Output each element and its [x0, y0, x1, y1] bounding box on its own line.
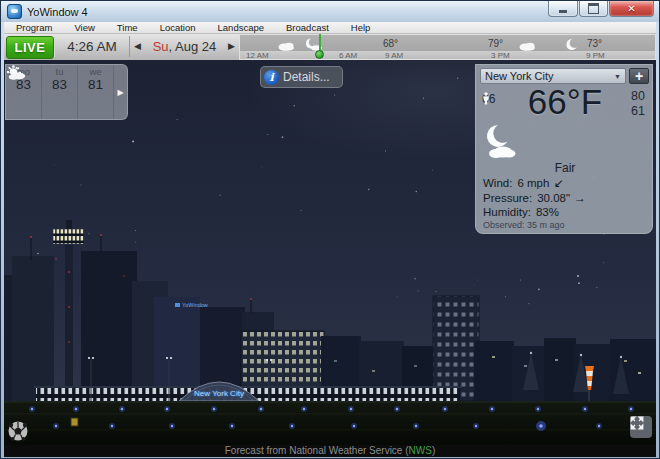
window-title: YoWindow 4	[27, 6, 88, 18]
info-icon: i	[264, 70, 279, 85]
forecast-panel: mo83tu83we81 ▶	[5, 64, 128, 120]
menu-view[interactable]: View	[74, 22, 94, 33]
feels-like: 66	[482, 92, 495, 106]
timeline-hour-label: 12 AM	[246, 51, 269, 60]
close-icon: ✕	[627, 2, 635, 16]
condition-text: Fair	[476, 161, 654, 175]
fullscreen-button[interactable]	[630, 416, 652, 438]
wind-row: Wind:6 mph↙	[483, 176, 586, 191]
soccer-ball	[9, 422, 28, 442]
details-label: Details...	[283, 70, 330, 84]
high-temp: 80	[631, 89, 645, 104]
forecast-day-label: tu	[56, 67, 64, 77]
high-low: 80 61	[631, 89, 645, 119]
weather-panel: New York City ▼ + 66°F 66 80 61 Fair Win…	[475, 64, 653, 234]
toolbar: LIVE 4:26 AM ◀ Su, Aug 24 ▶ 68°79°73° 12…	[4, 34, 656, 61]
timeline-slider[interactable]: 68°79°73° 12 AM6 AM9 AM3 PM9 PM	[239, 34, 656, 60]
chevron-down-icon: ▼	[614, 73, 621, 80]
observed-time: Observed: 35 m ago	[483, 220, 565, 230]
menu-landscape[interactable]: Landscape	[218, 22, 264, 33]
timeline-hour-label: 6 AM	[339, 51, 357, 60]
low-temp: 61	[631, 104, 645, 119]
wind-direction-arrow: ↙	[553, 176, 563, 190]
pressure-trend-arrow: →	[574, 191, 586, 205]
live-button[interactable]: LIVE	[6, 36, 54, 59]
current-time: 4:26 AM	[54, 36, 130, 57]
timeline-weather-row: 68°79°73°	[240, 35, 655, 51]
timeline-cursor[interactable]	[319, 34, 321, 54]
fullscreen-icon	[630, 416, 644, 430]
timeline-temp: 68°	[383, 38, 398, 49]
details-button[interactable]: i Details...	[260, 66, 343, 88]
timeline-hours-row: 12 AM6 AM9 AM3 PM9 PM	[240, 51, 655, 59]
menu-bar: ProgramViewTimeLocationLandscapeBroadcas…	[4, 22, 656, 34]
terminal-sign: New York City	[194, 389, 244, 398]
minimize-button[interactable]	[548, 1, 578, 17]
forecast-day-temp: 83	[52, 77, 67, 92]
date-label: , Aug 24	[169, 39, 217, 54]
nws-link[interactable]: NWS	[409, 445, 432, 456]
prev-day-button[interactable]: ◀	[134, 36, 141, 57]
date-navigator: ◀ Su, Aug 24 ▶	[130, 36, 240, 57]
weather-scene: YoWindow	[4, 60, 656, 445]
current-date: Su, Aug 24	[153, 39, 217, 54]
close-button[interactable]: ✕	[609, 1, 654, 17]
statusbar-text: Forecast from National Weather Service (	[225, 445, 409, 456]
status-bar: Forecast from National Weather Service (…	[4, 445, 656, 457]
yowindow-window: YoWindow 4 ✕ ProgramViewTimeLocationLand…	[0, 0, 660, 459]
menu-time[interactable]: Time	[117, 22, 138, 33]
maximize-icon	[588, 3, 599, 14]
weekday-label: Su	[153, 39, 169, 54]
expand-icon: ▶	[117, 88, 123, 97]
timeline-hour-label: 3 PM	[491, 51, 510, 60]
menu-broadcast[interactable]: Broadcast	[286, 22, 329, 33]
forecast-day-we[interactable]: we81	[78, 65, 114, 119]
timeline-temp: 73°	[587, 38, 602, 49]
menu-help[interactable]: Help	[351, 22, 371, 33]
expand-forecast-button[interactable]: ▶	[114, 65, 127, 119]
runway-ground	[4, 401, 656, 445]
forecast-day-tu[interactable]: tu83	[42, 65, 78, 119]
app-icon	[7, 4, 22, 19]
menu-program[interactable]: Program	[16, 22, 52, 33]
menu-location[interactable]: Location	[160, 22, 196, 33]
timeline-cursor-knob[interactable]	[315, 50, 324, 59]
person-icon	[482, 92, 490, 105]
minimize-icon	[559, 10, 567, 13]
maximize-button[interactable]	[579, 1, 608, 17]
timeline-temp: 79°	[488, 38, 503, 49]
forecast-day-label: we	[89, 67, 101, 77]
current-temperature: 66°F	[476, 82, 654, 122]
humidity-row: Humidity:83%	[483, 205, 586, 220]
timeline-hour-label: 9 AM	[385, 51, 403, 60]
next-day-button[interactable]: ▶	[228, 36, 235, 57]
pressure-row: Pressure:30.08"→	[483, 191, 586, 206]
timeline-hour-label: 9 PM	[586, 51, 605, 60]
location-name: New York City	[485, 70, 614, 82]
forecast-day-temp: 81	[88, 77, 103, 92]
title-bar: YoWindow 4 ✕	[1, 1, 659, 22]
